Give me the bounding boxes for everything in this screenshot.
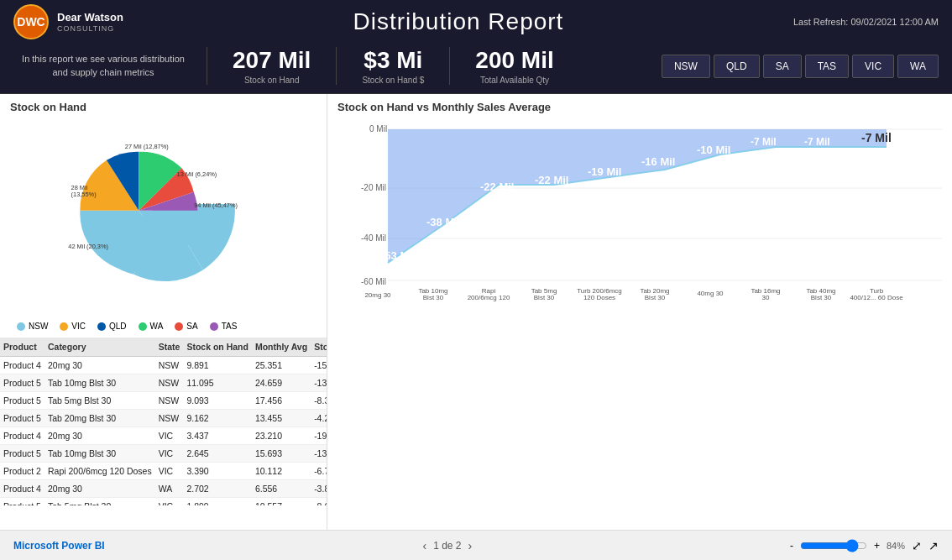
logo-area: DWC Dear Watson CONSULTING xyxy=(13,4,123,39)
pie-label-nsw: 94 Mil (45,47%) xyxy=(194,201,238,209)
fullscreen-icon[interactable]: ↗ xyxy=(928,539,939,552)
table-cell: 10.112 xyxy=(252,463,311,480)
refresh-timestamp: Last Refresh: 09/02/2021 12:00 AM xyxy=(793,17,939,27)
x-label-2b: Blst 30 xyxy=(423,294,444,301)
legend-label-sa: SA xyxy=(186,322,197,331)
pie-label-wa: 27 Mil (12,87%) xyxy=(125,143,169,150)
data-table-wrapper[interactable]: Product Category State Stock on Hand Mon… xyxy=(0,338,327,505)
table-cell: 13.455 xyxy=(252,410,311,427)
pie-label-qld-2: (13,55%) xyxy=(71,191,97,198)
col-stock: Stock on Hand xyxy=(183,338,252,357)
label-10: -10 Mil xyxy=(697,144,730,156)
report-description: In this report we see various distributi… xyxy=(13,53,207,79)
table-cell: 3.437 xyxy=(183,427,252,445)
table-cell: 20mg 30 xyxy=(44,480,155,498)
state-btn-nsw[interactable]: NSW xyxy=(662,55,710,78)
table-cell: 20mg 30 xyxy=(44,427,155,445)
resize-icon[interactable]: ⤢ xyxy=(912,539,922,552)
state-btn-qld[interactable]: QLD xyxy=(714,55,760,78)
table-header-row: Product Category State Stock on Hand Mon… xyxy=(0,338,327,357)
legend-vic: VIC xyxy=(60,322,86,331)
x-label-3b: 200/6mcg 120 xyxy=(468,294,510,301)
table-cell: Rapi 200/6mcg 120 Doses xyxy=(44,463,155,480)
table-cell: -8.363 xyxy=(311,392,327,410)
table-row: Product 420mg 30VIC3.43723.210-19.773$31… xyxy=(0,427,327,445)
table-row: Product 5Tab 20mg Blst 30NSW9.16213.455-… xyxy=(0,410,327,427)
label-19: -19 Mil xyxy=(588,165,621,178)
table-cell: Product 5 xyxy=(0,498,44,506)
table-row: Product 5Tab 10mg Blst 30VIC2.64515.693-… xyxy=(0,445,327,463)
legend-label-qld: QLD xyxy=(109,322,127,331)
page-info: 1 de 2 xyxy=(433,540,461,552)
table-cell: 2.645 xyxy=(183,445,252,463)
legend-qld: QLD xyxy=(97,322,127,331)
area-chart-svg: 0 Mil -20 Mil -40 Mil -60 Mil -53 Mi xyxy=(337,117,942,301)
y-label-60: -60 Mil xyxy=(361,277,386,286)
col-delta: Stock Delta xyxy=(311,338,327,357)
table-cell: Tab 20mg Blst 30 xyxy=(44,410,155,427)
state-btn-vic[interactable]: VIC xyxy=(852,55,894,78)
table-cell: 24.659 xyxy=(252,374,311,392)
pie-label-sa: 13 Mil (6,24%) xyxy=(177,170,217,178)
state-btn-tas[interactable]: TAS xyxy=(805,55,849,78)
prev-page-button[interactable]: ‹ xyxy=(422,539,426,552)
table-body: Product 420mg 30NSW9.89125.351-15.460$90… xyxy=(0,357,327,506)
state-btn-sa[interactable]: SA xyxy=(763,55,802,78)
legend-sa: SA xyxy=(175,322,197,331)
zoom-minus-icon[interactable]: - xyxy=(790,540,793,552)
table-cell: 9.891 xyxy=(183,357,252,374)
table-row: Product 420mg 30NSW9.89125.351-15.460$90… xyxy=(0,357,327,374)
legend-dot-vic xyxy=(60,322,68,331)
metrics-bar: In this report we see various distributi… xyxy=(0,44,952,94)
table-cell: NSW xyxy=(155,410,184,427)
logo-icon: DWC xyxy=(13,4,49,39)
table-cell: Product 4 xyxy=(0,480,44,498)
legend-label-wa: WA xyxy=(150,322,164,331)
x-label-10b: 400/12... 60 Dose xyxy=(850,294,903,301)
label-38: -38 Mil xyxy=(426,216,460,228)
next-page-button[interactable]: › xyxy=(468,539,473,552)
label-16: -16 Mil xyxy=(641,155,675,168)
zoom-plus-icon[interactable]: + xyxy=(874,540,880,552)
col-category: Category xyxy=(44,338,155,357)
table-cell: -6.723 xyxy=(311,463,327,480)
table-row: Product 5Tab 10mg Blst 30NSW11.09524.659… xyxy=(0,374,327,392)
pie-label-vic: 42 Mil (20,3%) xyxy=(68,243,108,250)
left-panel: Stock on Hand xyxy=(0,94,327,530)
table-cell: NSW xyxy=(155,357,184,374)
table-cell: Tab 10mg Blst 30 xyxy=(44,374,155,392)
x-label-9b: Blst 30 xyxy=(811,294,832,301)
y-label-0: 0 Mil xyxy=(369,124,387,133)
content-area: Stock on Hand xyxy=(0,94,952,530)
table-row: Product 420mg 30WA2.7026.556-3.854$24.85… xyxy=(0,480,327,498)
table-cell: 9.162 xyxy=(183,410,252,427)
x-label-5b: 120 Doses xyxy=(583,294,615,301)
zoom-label: 84% xyxy=(887,541,905,551)
x-label-4b: Blst 30 xyxy=(534,294,555,301)
legend-wa: WA xyxy=(139,322,164,331)
table-cell: 10.557 xyxy=(252,498,311,506)
table-cell: -13.048 xyxy=(311,445,327,463)
table-cell: Tab 5mg Blst 30 xyxy=(44,498,155,506)
table-row: Product 2Rapi 200/6mcg 120 DosesVIC3.390… xyxy=(0,463,327,480)
table-cell: 25.351 xyxy=(252,357,311,374)
table-cell: Product 5 xyxy=(0,374,44,392)
pie-chart-proper: 94 Mil (45,47%) 42 Mil (20,3%) 28 Mil (1… xyxy=(42,142,277,293)
label-22a: -22 Mil xyxy=(480,181,514,193)
table-cell: 6.556 xyxy=(252,480,311,498)
stock-on-hand-label: Stock on Hand xyxy=(244,76,300,85)
legend-tas: TAS xyxy=(210,322,238,331)
footer-pagination: ‹ 1 de 2 › xyxy=(422,539,472,552)
x-label-6b: Blst 30 xyxy=(645,294,666,301)
table-cell: 2.702 xyxy=(183,480,252,498)
state-btn-wa[interactable]: WA xyxy=(897,55,939,78)
zoom-slider[interactable] xyxy=(800,539,867,552)
table-cell: NSW xyxy=(155,392,184,410)
pie-chart-title: Stock on Hand xyxy=(0,94,327,117)
y-label-20: -20 Mil xyxy=(361,183,386,192)
table-cell: Tab 5mg Blst 30 xyxy=(44,392,155,410)
table-cell: 1.899 xyxy=(183,498,252,506)
table-row: Product 5Tab 5mg Blst 30VIC1.89910.557-8… xyxy=(0,498,327,506)
table-cell: 9.093 xyxy=(183,392,252,410)
table-cell: 17.456 xyxy=(252,392,311,410)
